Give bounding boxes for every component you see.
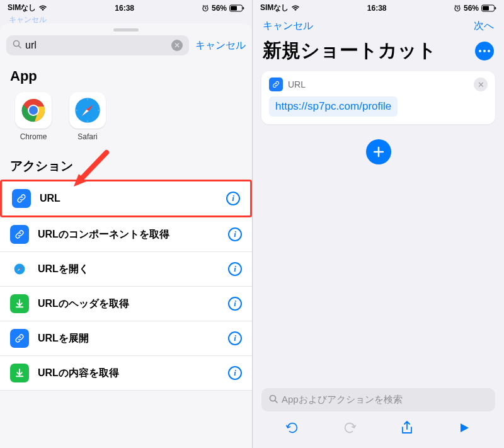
action-url-components[interactable]: URLのコンポーネントを取得 i <box>0 217 252 252</box>
action-expand-url[interactable]: URLを展開 i <box>0 321 252 356</box>
action-url-contents[interactable]: URLの内容を取得 i <box>0 356 252 391</box>
safari-small-icon <box>10 260 29 279</box>
info-button[interactable]: i <box>228 331 242 345</box>
right-screen: SIMなし 16:38 56% キャンセル 次へ 新規ショートカット URL ✕… <box>252 0 504 448</box>
svg-rect-19 <box>483 6 489 10</box>
search-field[interactable]: ✕ <box>6 35 189 55</box>
faint-background-nav: キャンセル <box>0 14 252 23</box>
action-label: URLを開く <box>38 263 219 276</box>
svg-point-9 <box>29 106 38 115</box>
app-label: Safari <box>77 132 97 141</box>
wifi-icon <box>38 4 47 11</box>
url-action-card[interactable]: URL ✕ https://sp7pc.com/profile <box>261 71 495 124</box>
redo-button[interactable] <box>341 419 358 437</box>
svg-line-22 <box>275 401 278 403</box>
carrier-label: SIMなし <box>260 3 289 13</box>
action-label: URL <box>40 193 217 204</box>
battery-icon <box>481 4 496 12</box>
action-url[interactable]: URL i <box>0 180 252 217</box>
sheet-grabber[interactable] <box>113 28 139 32</box>
wifi-icon <box>291 4 300 11</box>
svg-line-5 <box>19 46 21 49</box>
more-button[interactable] <box>475 42 494 60</box>
alarm-icon <box>454 4 461 12</box>
svg-rect-20 <box>495 7 496 9</box>
carrier-label: SIMなし <box>8 3 36 13</box>
search-sheet: ✕ キャンセル App Chrome Safari アクション <box>0 23 252 448</box>
time-label: 16:38 <box>367 4 387 13</box>
battery-pct: 56% <box>212 4 227 13</box>
link-icon <box>10 329 29 348</box>
svg-rect-3 <box>243 7 244 9</box>
title-row: 新規ショートカット <box>253 35 504 71</box>
clear-search-button[interactable]: ✕ <box>171 40 183 51</box>
status-bar: SIMなし 16:38 56% <box>0 0 252 14</box>
app-chrome[interactable]: Chrome <box>15 92 52 141</box>
add-action-button[interactable] <box>366 139 391 164</box>
left-screen: SIMなし 16:38 56% キャンセル ✕ キャンセル App <box>0 0 252 448</box>
search-icon <box>269 394 278 405</box>
action-search-field[interactable]: Appおよびアクションを検索 <box>261 388 495 411</box>
url-value[interactable]: https://sp7pc.com/profile <box>269 96 398 117</box>
share-button[interactable] <box>398 419 416 437</box>
link-icon <box>269 78 283 91</box>
action-label: URLを展開 <box>38 332 219 345</box>
action-section-header: アクション <box>0 151 252 180</box>
run-button[interactable] <box>455 419 473 437</box>
download-icon <box>10 364 29 382</box>
search-input[interactable] <box>25 40 168 51</box>
action-label: URLのヘッダを取得 <box>38 297 219 311</box>
info-button[interactable]: i <box>228 297 242 311</box>
action-list: URL i URLのコンポーネントを取得 i URLを開く i URLのヘッダを… <box>0 180 252 391</box>
nav-bar: キャンセル 次へ <box>253 14 504 35</box>
download-icon <box>10 294 29 313</box>
battery-icon <box>229 4 244 12</box>
action-label: URLの内容を取得 <box>38 367 219 380</box>
undo-button[interactable] <box>284 419 301 437</box>
chrome-icon <box>15 92 52 129</box>
safari-icon <box>69 92 106 129</box>
action-open-url[interactable]: URLを開く i <box>0 252 252 287</box>
info-button[interactable]: i <box>228 262 242 276</box>
app-label: Chrome <box>20 132 47 141</box>
action-label: URLのコンポーネントを取得 <box>38 228 219 241</box>
time-label: 16:38 <box>115 4 134 13</box>
nav-cancel-button[interactable]: キャンセル <box>263 20 313 33</box>
page-title: 新規ショートカット <box>263 38 437 64</box>
cancel-search-button[interactable]: キャンセル <box>195 39 246 52</box>
search-placeholder: Appおよびアクションを検索 <box>282 394 403 406</box>
info-button[interactable]: i <box>228 227 242 241</box>
alarm-icon <box>202 4 209 12</box>
remove-action-button[interactable]: ✕ <box>474 78 488 91</box>
bottom-toolbar <box>261 411 495 448</box>
app-row: Chrome Safari <box>0 89 252 151</box>
nav-next-button[interactable]: 次へ <box>474 20 494 33</box>
link-icon <box>12 189 31 208</box>
battery-pct: 56% <box>464 4 479 13</box>
info-button[interactable]: i <box>228 366 242 380</box>
card-label: URL <box>288 79 469 89</box>
action-url-headers[interactable]: URLのヘッダを取得 i <box>0 287 252 321</box>
status-bar: SIMなし 16:38 56% <box>253 0 504 14</box>
app-safari[interactable]: Safari <box>69 92 106 141</box>
search-icon <box>13 40 21 51</box>
info-button[interactable]: i <box>226 192 240 205</box>
app-section-header: App <box>0 62 252 89</box>
link-icon <box>10 225 29 244</box>
svg-rect-2 <box>231 6 237 10</box>
